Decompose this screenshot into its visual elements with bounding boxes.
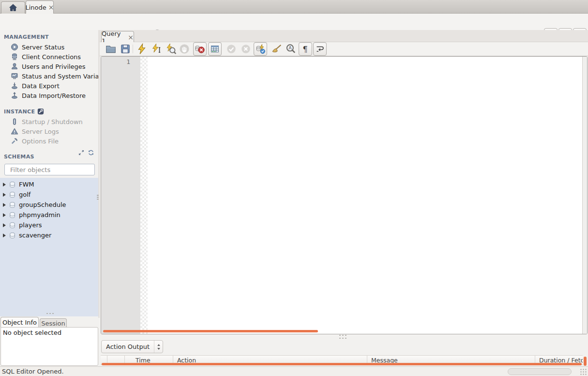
sidebar-item-server-logs[interactable]: Server Logs bbox=[0, 126, 99, 136]
query-tab-bar: Query 1 × bbox=[100, 30, 588, 42]
management-section-header: MANAGEMENT bbox=[0, 30, 99, 42]
tab-session[interactable]: Session bbox=[40, 318, 67, 328]
schema-filter-input[interactable] bbox=[10, 166, 92, 173]
sidebar-item-data-export[interactable]: Data Export bbox=[0, 81, 99, 91]
connection-tab-bar: Linode × bbox=[0, 0, 588, 14]
toggle-invisible-characters-button[interactable]: ¶ bbox=[299, 42, 312, 56]
server-status-icon bbox=[11, 43, 18, 51]
output-splitter-grip[interactable] bbox=[339, 335, 347, 336]
schema-row-phpmyadmin[interactable]: phpmyadmin bbox=[0, 210, 99, 220]
schema-row-scavenger[interactable]: scavenger bbox=[0, 230, 99, 240]
home-tab[interactable] bbox=[1, 1, 25, 14]
explain-plan-button[interactable] bbox=[165, 43, 177, 55]
status-message: SQL Editor Opened. bbox=[2, 368, 64, 375]
management-title: MANAGEMENT bbox=[4, 34, 49, 40]
users-icon bbox=[11, 63, 18, 70]
sidebar-item-options-file[interactable]: Options File bbox=[0, 136, 99, 146]
database-icon bbox=[9, 232, 16, 239]
connection-tab-linode[interactable]: Linode × bbox=[26, 0, 54, 14]
schema-row-groupschedule[interactable]: groupSchedule bbox=[0, 200, 99, 210]
line-number: 1 bbox=[126, 58, 130, 65]
connection-tab-label: Linode bbox=[25, 4, 46, 11]
save-script-button[interactable] bbox=[120, 43, 131, 55]
chevron-right-icon[interactable] bbox=[3, 223, 6, 227]
output-selector[interactable]: Action Output bbox=[101, 340, 163, 353]
sql-text-area[interactable] bbox=[148, 57, 582, 334]
clear-query-button[interactable] bbox=[271, 43, 282, 55]
schema-tree: FWM golf groupSchedule phpmyadmin player… bbox=[0, 178, 99, 316]
sidebar-splitter-grip[interactable] bbox=[97, 195, 99, 200]
open-script-button[interactable] bbox=[105, 43, 117, 55]
svg-text:¶: ¶ bbox=[303, 45, 308, 54]
sidebar-item-users-privileges[interactable]: Users and Privileges bbox=[0, 62, 99, 71]
sidebar-item-data-import[interactable]: Data Import/Restore bbox=[0, 91, 99, 100]
options-file-icon bbox=[11, 137, 18, 145]
database-icon bbox=[9, 181, 16, 188]
database-icon bbox=[9, 201, 16, 209]
object-info-message: No object selected bbox=[3, 329, 61, 336]
info-panel-splitter-grip[interactable] bbox=[46, 313, 54, 314]
home-icon bbox=[8, 3, 18, 13]
data-export-icon bbox=[11, 82, 18, 90]
data-import-icon bbox=[11, 92, 18, 99]
sql-editor-toolbar: A ¶ bbox=[100, 42, 588, 56]
expand-schemas-icon[interactable] bbox=[78, 149, 85, 156]
status-bar: SQL Editor Opened. bbox=[0, 366, 588, 376]
sidebar-item-startup-shutdown[interactable]: Startup / Shutdown bbox=[0, 117, 99, 126]
fold-margin bbox=[140, 57, 148, 334]
toggle-word-wrap-button[interactable] bbox=[313, 42, 327, 56]
chevron-right-icon[interactable] bbox=[3, 203, 6, 207]
tab-query-1[interactable]: Query 1 × bbox=[101, 31, 134, 43]
window-resize-grip[interactable] bbox=[580, 368, 587, 375]
progress-indicator bbox=[508, 368, 572, 375]
commit-button bbox=[226, 43, 237, 55]
sidebar-item-system-variables[interactable]: Status and System Variables bbox=[0, 71, 99, 81]
database-icon bbox=[9, 211, 16, 219]
schema-row-golf[interactable]: golf bbox=[0, 189, 99, 200]
refresh-schemas-icon[interactable] bbox=[88, 149, 94, 156]
client-connections-icon bbox=[11, 53, 18, 61]
editor-horizontal-scrollbar[interactable] bbox=[103, 330, 318, 332]
execute-current-statement-button[interactable] bbox=[151, 43, 162, 55]
schema-row-players[interactable]: players bbox=[0, 220, 99, 230]
sql-editor: 1 bbox=[101, 56, 588, 334]
output-splitter-grip[interactable] bbox=[339, 338, 347, 339]
output-horizontal-scrollbar[interactable] bbox=[102, 363, 582, 365]
schemas-section-header: SCHEMAS bbox=[0, 146, 99, 162]
instance-section-header: INSTANCE bbox=[0, 100, 99, 117]
object-info-panel: No object selected bbox=[0, 327, 98, 366]
execute-statement-button[interactable] bbox=[136, 43, 148, 55]
navigator-sidebar: MANAGEMENT Server Status Client Connecti… bbox=[0, 30, 99, 316]
schema-row-fwm[interactable]: FWM bbox=[0, 179, 99, 189]
chevron-right-icon[interactable] bbox=[3, 213, 6, 217]
output-vertical-scrollbar[interactable] bbox=[584, 357, 587, 366]
limit-rows-button[interactable] bbox=[208, 42, 222, 56]
spinner-arrows-icon bbox=[157, 343, 161, 351]
server-logs-icon bbox=[11, 127, 18, 135]
system-variables-icon bbox=[11, 72, 18, 80]
main-toolbar: SQL SQL i f() bbox=[0, 14, 588, 30]
sidebar-item-server-status[interactable]: Server Status bbox=[0, 42, 99, 52]
chevron-right-icon[interactable] bbox=[3, 234, 6, 237]
find-button[interactable]: A bbox=[285, 43, 297, 55]
toggle-stop-on-error-button[interactable] bbox=[193, 42, 207, 56]
schemas-title: SCHEMAS bbox=[4, 154, 34, 160]
database-icon bbox=[9, 191, 16, 199]
schema-filter-box bbox=[4, 164, 95, 175]
startup-shutdown-icon bbox=[11, 118, 18, 125]
instance-title: INSTANCE bbox=[4, 109, 35, 115]
tab-object-info[interactable]: Object Info bbox=[0, 317, 39, 328]
rollback-button bbox=[240, 43, 252, 55]
line-number-gutter: 1 bbox=[101, 57, 140, 334]
output-selector-spinner[interactable] bbox=[154, 341, 163, 353]
output-selector-value: Action Output bbox=[102, 343, 154, 350]
close-icon[interactable]: × bbox=[48, 3, 54, 11]
chevron-right-icon[interactable] bbox=[3, 183, 6, 187]
editor-vertical-scrollbar[interactable] bbox=[582, 57, 587, 334]
toggle-autocommit-button[interactable] bbox=[254, 42, 267, 56]
sidebar-splitter[interactable] bbox=[98, 30, 100, 318]
sidebar-item-client-connections[interactable]: Client Connections bbox=[0, 52, 99, 62]
chevron-right-icon[interactable] bbox=[3, 193, 6, 197]
close-icon[interactable]: × bbox=[128, 33, 134, 41]
database-icon bbox=[9, 221, 16, 229]
